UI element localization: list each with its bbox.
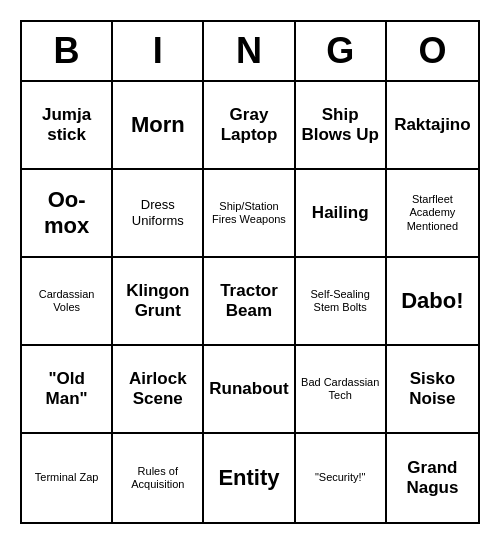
cell-text-16: Airlock Scene [117, 369, 198, 410]
header-letter-b: B [22, 22, 113, 80]
cell-text-1: Morn [131, 112, 185, 138]
bingo-cell-18[interactable]: Bad Cardassian Tech [296, 346, 387, 434]
bingo-header: BINGO [22, 22, 478, 82]
cell-text-7: Ship/Station Fires Weapons [208, 200, 289, 226]
bingo-cell-19[interactable]: Sisko Noise [387, 346, 478, 434]
bingo-cell-23[interactable]: "Security!" [296, 434, 387, 522]
cell-text-4: Raktajino [394, 115, 471, 135]
bingo-cell-24[interactable]: Grand Nagus [387, 434, 478, 522]
cell-text-9: Starfleet Academy Mentioned [391, 193, 474, 233]
bingo-cell-22[interactable]: Entity [204, 434, 295, 522]
cell-text-14: Dabo! [401, 288, 463, 314]
cell-text-8: Hailing [312, 203, 369, 223]
bingo-cell-1[interactable]: Morn [113, 82, 204, 170]
header-letter-g: G [296, 22, 387, 80]
bingo-cell-14[interactable]: Dabo! [387, 258, 478, 346]
cell-text-21: Rules of Acquisition [117, 465, 198, 491]
bingo-cell-2[interactable]: Gray Laptop [204, 82, 295, 170]
cell-text-12: Tractor Beam [208, 281, 289, 322]
bingo-cell-7[interactable]: Ship/Station Fires Weapons [204, 170, 295, 258]
cell-text-18: Bad Cardassian Tech [300, 376, 381, 402]
bingo-cell-8[interactable]: Hailing [296, 170, 387, 258]
cell-text-11: Klingon Grunt [117, 281, 198, 322]
bingo-cell-0[interactable]: Jumja stick [22, 82, 113, 170]
cell-text-3: Ship Blows Up [300, 105, 381, 146]
cell-text-19: Sisko Noise [391, 369, 474, 410]
cell-text-15: "Old Man" [26, 369, 107, 410]
cell-text-6: Dress Uniforms [117, 197, 198, 228]
cell-text-13: Self-Sealing Stem Bolts [300, 288, 381, 314]
bingo-card: BINGO Jumja stickMornGray LaptopShip Blo… [20, 20, 480, 524]
bingo-grid: Jumja stickMornGray LaptopShip Blows UpR… [22, 82, 478, 522]
header-letter-n: N [204, 22, 295, 80]
bingo-cell-5[interactable]: Oo-mox [22, 170, 113, 258]
cell-text-0: Jumja stick [26, 105, 107, 146]
bingo-cell-10[interactable]: Cardassian Voles [22, 258, 113, 346]
cell-text-17: Runabout [209, 379, 288, 399]
bingo-cell-6[interactable]: Dress Uniforms [113, 170, 204, 258]
bingo-cell-20[interactable]: Terminal Zap [22, 434, 113, 522]
cell-text-2: Gray Laptop [208, 105, 289, 146]
cell-text-5: Oo-mox [26, 187, 107, 240]
cell-text-22: Entity [218, 465, 279, 491]
cell-text-10: Cardassian Voles [26, 288, 107, 314]
bingo-cell-13[interactable]: Self-Sealing Stem Bolts [296, 258, 387, 346]
bingo-cell-9[interactable]: Starfleet Academy Mentioned [387, 170, 478, 258]
bingo-cell-21[interactable]: Rules of Acquisition [113, 434, 204, 522]
cell-text-24: Grand Nagus [391, 458, 474, 499]
bingo-cell-4[interactable]: Raktajino [387, 82, 478, 170]
header-letter-o: O [387, 22, 478, 80]
cell-text-23: "Security!" [315, 471, 366, 484]
cell-text-20: Terminal Zap [35, 471, 99, 484]
bingo-cell-15[interactable]: "Old Man" [22, 346, 113, 434]
bingo-cell-17[interactable]: Runabout [204, 346, 295, 434]
header-letter-i: I [113, 22, 204, 80]
bingo-cell-3[interactable]: Ship Blows Up [296, 82, 387, 170]
bingo-cell-16[interactable]: Airlock Scene [113, 346, 204, 434]
bingo-cell-12[interactable]: Tractor Beam [204, 258, 295, 346]
bingo-cell-11[interactable]: Klingon Grunt [113, 258, 204, 346]
